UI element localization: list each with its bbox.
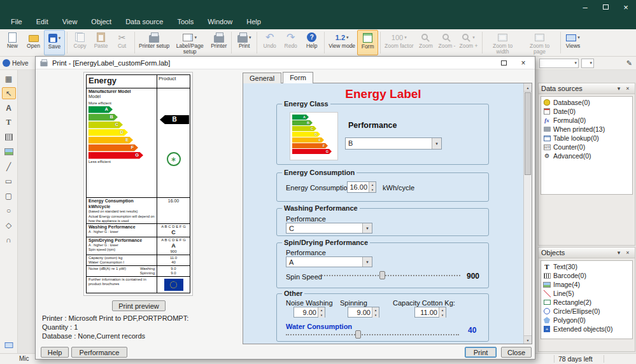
menu-object[interactable]: Object <box>84 15 118 28</box>
list-item-text[interactable]: TText(30) <box>543 262 630 271</box>
toolbar-view-mode-button[interactable]: 1.2▾View mode <box>327 30 357 55</box>
toolbar-redo-button[interactable]: ↷Redo <box>280 30 301 55</box>
tab-form[interactable]: Form <box>283 72 313 83</box>
line-tool-button[interactable]: ╱ <box>2 160 16 172</box>
format-dropdown-small[interactable]: ▾ <box>581 59 594 68</box>
list-item-extended-objects[interactable]: +Extended objects(0) <box>543 325 630 333</box>
grid-tool-button[interactable]: ▦ <box>2 73 16 85</box>
list-item-polygon[interactable]: Polygon(0) <box>543 316 630 325</box>
toolbar-zoom-factor-button[interactable]: 100▾Zoom factor <box>383 30 415 55</box>
menu-tools[interactable]: Tools <box>170 15 201 28</box>
screen-view-button[interactable] <box>2 339 16 351</box>
chevron-down-icon[interactable]: ▾ <box>614 249 623 256</box>
washing-performance-combobox[interactable]: C ▾ <box>286 223 372 234</box>
font-name-fragment[interactable]: Helve <box>12 60 29 67</box>
toolbar-cut-button[interactable]: ✂Cut <box>111 30 132 55</box>
spin-down-icon[interactable]: ▾ <box>369 187 376 192</box>
chevron-down-icon[interactable]: ▾ <box>362 257 372 267</box>
menu-data-source[interactable]: Data source <box>118 15 170 28</box>
print-button[interactable]: Print <box>465 347 497 358</box>
dialog-maximize-button[interactable] <box>495 57 512 69</box>
menu-help[interactable]: Help <box>239 15 268 28</box>
polygon-tool-button[interactable]: ◇ <box>2 219 16 231</box>
dialog-titlebar[interactable]: Print - [EnergyLabel_customForm.lab] × <box>36 57 535 69</box>
list-item-date[interactable]: Date(0) <box>543 107 630 116</box>
list-item-barcode[interactable]: Barcode(0) <box>543 271 630 280</box>
toolbar-paste-button[interactable]: Paste <box>90 30 111 55</box>
pointer-tool-button[interactable]: ↖ <box>2 87 16 99</box>
toolbar-zoom-to-width-button[interactable]: Zoom to width <box>484 30 521 55</box>
close-dialog-button[interactable]: Close <box>501 347 532 358</box>
spin-down-icon[interactable]: ▾ <box>439 312 446 318</box>
toolbar-copy-button[interactable]: Copy <box>69 30 90 55</box>
slider-thumb[interactable] <box>379 271 385 279</box>
toolbar-print-button[interactable]: ▾Print <box>234 30 255 55</box>
toolbar-zoom-in-button[interactable]: ▾Zoom + <box>457 30 479 55</box>
spin-up-icon[interactable]: ▴ <box>318 307 325 312</box>
toolbar-zoom-out-button[interactable]: Zoom - <box>436 30 457 55</box>
toolbar-zoom-button[interactable]: Zoom <box>415 30 436 55</box>
list-item-when-printed[interactable]: When printed(13) <box>543 125 630 134</box>
toolbar-zoom-to-page-button[interactable]: Zoom to page <box>521 30 558 55</box>
list-item-database[interactable]: Database(0) <box>543 98 630 107</box>
chevron-down-icon[interactable]: ▾ <box>614 85 623 92</box>
list-item-circle[interactable]: Circle/Ellipse(0) <box>543 307 630 316</box>
capacity-spinner[interactable]: 11.00 ▴▾ <box>414 307 446 318</box>
arc-tool-button[interactable]: ∩ <box>2 234 16 246</box>
scroll-down-icon[interactable]: ▾ <box>524 335 532 344</box>
noise-washing-spinner[interactable]: 9.00 ▴▾ <box>293 307 325 318</box>
rectangle-tool-button[interactable]: ▭ <box>2 175 16 187</box>
label-tool-button[interactable]: A <box>2 102 16 114</box>
toolbar-printer-button[interactable]: Printer <box>208 30 229 55</box>
ellipse-tool-button[interactable]: ○ <box>2 204 16 216</box>
barcode-tool-button[interactable] <box>2 131 16 143</box>
energy-class-combobox[interactable]: B ▾ <box>345 137 442 150</box>
toolbar-printer-setup-button[interactable]: Printer setup <box>137 30 171 55</box>
menu-edit[interactable]: Edit <box>29 15 55 28</box>
spin-up-icon[interactable]: ▴ <box>439 307 446 312</box>
menu-view[interactable]: View <box>55 15 85 28</box>
toolbar-label-page-setup-button[interactable]: ▾Label/Page setup <box>171 30 208 55</box>
pencil-icon[interactable]: ✎ <box>626 59 632 67</box>
dialog-close-button[interactable]: × <box>515 57 532 69</box>
toolbar-new-button[interactable]: New <box>2 30 23 55</box>
spin-up-icon[interactable]: ▴ <box>372 307 379 312</box>
list-item-rectangle[interactable]: Rectangle(2) <box>543 298 630 307</box>
toolbar-undo-button[interactable]: ↶Undo <box>259 30 280 55</box>
toolbar-open-button[interactable]: Open <box>23 30 44 55</box>
list-item-formula[interactable]: fxFormula(0) <box>543 116 630 125</box>
close-icon[interactable]: × <box>623 249 632 256</box>
image-tool-button[interactable] <box>2 146 16 158</box>
spin-down-icon[interactable]: ▾ <box>318 312 325 318</box>
chevron-down-icon[interactable]: ▾ <box>432 138 441 149</box>
toolbar-form-button[interactable]: Form <box>357 30 378 55</box>
toolbar-help-button[interactable]: ?Help <box>301 30 322 55</box>
list-item-advanced[interactable]: ⚙Advanced(0) <box>543 151 630 160</box>
minimize-button[interactable]: – <box>575 0 595 14</box>
scroll-up-icon[interactable]: ▴ <box>524 83 532 92</box>
rounded-rectangle-tool-button[interactable]: ▢ <box>2 190 16 202</box>
water-consumption-slider[interactable] <box>286 330 459 339</box>
menu-file[interactable]: File <box>4 15 29 28</box>
scrollbar-thumb[interactable] <box>525 92 531 175</box>
list-item-line[interactable]: Line(5) <box>543 289 630 298</box>
spin-speed-slider[interactable] <box>319 271 460 279</box>
slider-thumb[interactable] <box>355 330 361 339</box>
tab-general[interactable]: General <box>243 73 281 83</box>
spin-performance-combobox[interactable]: A ▾ <box>286 256 372 267</box>
format-dropdown[interactable]: ▾ <box>539 59 579 68</box>
spinning-spinner[interactable]: 9.00 ▴▾ <box>348 307 379 318</box>
form-scrollbar[interactable]: ▴ ▾ <box>523 83 532 344</box>
toolbar-views-button[interactable]: ▾Views <box>563 30 584 55</box>
chevron-down-icon[interactable]: ▾ <box>362 223 372 233</box>
maximize-button[interactable] <box>595 0 616 14</box>
energy-consumption-spinner[interactable]: 16.00 ▴▾ <box>347 181 376 193</box>
close-icon[interactable]: × <box>623 85 632 92</box>
menu-window[interactable]: Window <box>201 15 239 28</box>
spin-up-icon[interactable]: ▴ <box>369 182 376 187</box>
list-item-table-lookup[interactable]: Table lookup(0) <box>543 134 630 143</box>
toolbar-save-button[interactable]: ▾Save <box>44 30 65 55</box>
performance-button[interactable]: Performance <box>71 347 127 358</box>
help-button[interactable]: Help <box>41 347 69 358</box>
list-item-image[interactable]: Image(4) <box>543 280 630 289</box>
